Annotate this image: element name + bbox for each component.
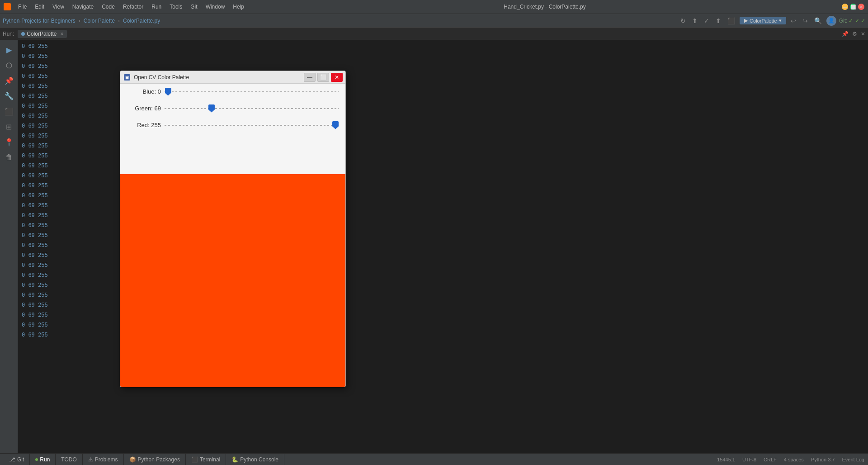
main-area: ▶ ⬡ 📌 🔧 ⬛ ⊞ 📍 🗑 0 69 255 0 69 255 0 69 2… <box>0 40 868 453</box>
opencv-window-title: Open CV Color Palette <box>134 74 189 81</box>
status-event-log[interactable]: Event Log <box>842 457 864 462</box>
status-bar: ⎇ Git Run TODO ⚠ Problems 📦 Python Packa… <box>0 453 868 465</box>
status-python-version[interactable]: Python 3.7 <box>811 457 835 462</box>
terminal-icon: ⬛ <box>191 456 198 463</box>
breadcrumb-folder[interactable]: Color Palette <box>84 18 115 24</box>
opencv-window-controls: — ⬜ ✕ <box>304 73 343 82</box>
nav-actions: ↻ ⬆ ✓ ⬆ ⬛ ▶ ColorPalette ▾ ↩ ↪ 🔍 👤 Git: … <box>679 16 865 26</box>
python-console-tab-label: Python Console <box>240 456 278 463</box>
sidebar: ▶ ⬡ 📌 🔧 ⬛ ⊞ 📍 🗑 <box>0 40 18 453</box>
sidebar-stop-icon[interactable]: ⬛ <box>3 105 15 118</box>
status-position[interactable]: 15445:1 <box>717 457 735 462</box>
menu-code[interactable]: Code <box>98 3 118 11</box>
nav-update-btn[interactable]: ⬆ <box>690 16 699 25</box>
python-packages-tab-label: Python Packages <box>138 456 180 463</box>
nav-stop-btn[interactable]: ⬛ <box>726 16 737 25</box>
green-slider-track[interactable] <box>165 105 339 112</box>
menu-view[interactable]: View <box>49 3 68 11</box>
menu-run[interactable]: Run <box>148 3 165 11</box>
app-icon <box>4 3 11 10</box>
menu-window[interactable]: Window <box>202 3 229 11</box>
sidebar-trash-icon[interactable]: 🗑 <box>3 151 15 164</box>
status-tab-todo[interactable]: TODO <box>56 454 82 465</box>
window-title: Hand_Cricket.py - ColorPalette.py <box>504 4 585 10</box>
run-config-btn[interactable]: ▶ ColorPalette ▾ <box>740 17 786 24</box>
green-slider-row: Green: 69 <box>127 105 339 112</box>
green-slider-line <box>165 108 339 109</box>
blue-slider-thumb[interactable] <box>165 88 171 96</box>
menu-bar: File Edit View Navigate Code Refactor Ru… <box>14 3 248 11</box>
menu-git[interactable]: Git <box>187 3 201 11</box>
run-bar: Run: ColorPalette × 📌 ⚙ ✕ <box>0 27 868 40</box>
console-line-0: 0 69 255 <box>22 42 864 52</box>
nav-redo-btn[interactable]: ↪ <box>801 16 810 25</box>
status-tab-terminal[interactable]: ⬛ Terminal <box>186 454 226 465</box>
status-encoding[interactable]: UTF-8 <box>742 457 756 462</box>
run-close-icon[interactable]: ✕ <box>861 31 865 37</box>
run-tab-status-label: Run <box>40 456 50 463</box>
opencv-app-icon: ▣ <box>124 74 130 81</box>
todo-tab-label: TODO <box>61 456 76 463</box>
opencv-window: ▣ Open CV Color Palette — ⬜ ✕ Blue: 0 <box>120 71 346 387</box>
green-slider-label: Green: 69 <box>127 105 161 112</box>
sidebar-grid-icon[interactable]: ⊞ <box>3 120 15 133</box>
run-tab-close-icon[interactable]: × <box>60 31 63 37</box>
menu-tools[interactable]: Tools <box>166 3 186 11</box>
menu-file[interactable]: File <box>14 3 30 11</box>
nav-commit-btn[interactable]: ✓ <box>702 16 711 25</box>
breadcrumb-file[interactable]: ColorPalette.py <box>123 18 160 24</box>
sidebar-terminal-icon[interactable]: ⬡ <box>3 59 15 71</box>
opencv-sliders: Blue: 0 Green: 69 Red: 255 <box>120 84 345 174</box>
terminal-tab-label: Terminal <box>200 456 220 463</box>
red-slider-line <box>165 125 339 126</box>
run-config-label: ColorPalette <box>750 18 777 24</box>
python-console-icon: 🐍 <box>231 456 238 463</box>
title-bar: File Edit View Navigate Code Refactor Ru… <box>0 0 868 14</box>
sidebar-run-icon[interactable]: ▶ <box>3 43 15 56</box>
python-packages-icon: 📦 <box>129 456 136 463</box>
git-label: Git: <box>839 18 848 24</box>
git-checks: ✓ ✓ ✓ <box>849 18 865 24</box>
minimize-button[interactable]: — <box>842 4 848 10</box>
run-pin-icon[interactable]: 📌 <box>842 31 849 37</box>
maximize-button[interactable]: ⬜ <box>850 4 856 10</box>
breadcrumb-root[interactable]: Python-Projects-for-Beginners <box>3 18 75 24</box>
sidebar-wrench-icon[interactable]: 🔧 <box>3 90 15 102</box>
nav-refresh-btn[interactable]: ↻ <box>679 16 688 25</box>
menu-edit[interactable]: Edit <box>31 3 48 11</box>
blue-slider-track[interactable] <box>165 89 339 95</box>
red-slider-track[interactable] <box>165 122 339 128</box>
opencv-close-btn[interactable]: ✕ <box>331 73 343 82</box>
run-tab-dot <box>21 32 25 36</box>
run-settings-icon[interactable]: ⚙ <box>852 31 857 37</box>
menu-help[interactable]: Help <box>229 3 248 11</box>
red-slider-thumb[interactable] <box>332 121 339 129</box>
nav-search-btn[interactable]: 🔍 <box>812 16 824 25</box>
git-status: Git: ✓ ✓ ✓ <box>839 18 865 24</box>
run-tab-colorpalette[interactable]: ColorPalette × <box>18 30 67 38</box>
green-slider-thumb[interactable] <box>208 104 215 113</box>
status-tab-run[interactable]: Run <box>30 454 56 465</box>
opencv-minimize-btn[interactable]: — <box>304 73 316 82</box>
nav-push-btn[interactable]: ⬆ <box>714 16 723 25</box>
run-config-icon: ▶ <box>744 18 748 24</box>
status-indent[interactable]: 4 spaces <box>784 457 804 462</box>
nav-history-btn[interactable]: ↩ <box>789 16 798 25</box>
status-tab-git[interactable]: ⎇ Git <box>4 454 30 465</box>
sidebar-pin2-icon[interactable]: 📍 <box>3 136 15 148</box>
status-tab-python-packages[interactable]: 📦 Python Packages <box>124 454 186 465</box>
user-avatar[interactable]: 👤 <box>826 16 836 26</box>
status-line-sep[interactable]: CRLF <box>764 457 777 462</box>
opencv-maximize-btn[interactable]: ⬜ <box>317 73 329 82</box>
status-tab-python-console[interactable]: 🐍 Python Console <box>226 454 284 465</box>
sidebar-pin-icon[interactable]: 📌 <box>3 74 15 87</box>
problems-tab-label: Problems <box>95 456 118 463</box>
menu-navigate[interactable]: Navigate <box>69 3 97 11</box>
menu-refactor[interactable]: Refactor <box>119 3 147 11</box>
title-bar-controls: — ⬜ ✕ <box>842 4 864 10</box>
close-button[interactable]: ✕ <box>858 4 864 10</box>
red-slider-label: Red: 255 <box>127 122 161 128</box>
opencv-titlebar: ▣ Open CV Color Palette — ⬜ ✕ <box>120 71 345 84</box>
breadcrumb-sep-2: › <box>117 18 121 24</box>
status-tab-problems[interactable]: ⚠ Problems <box>83 454 124 465</box>
